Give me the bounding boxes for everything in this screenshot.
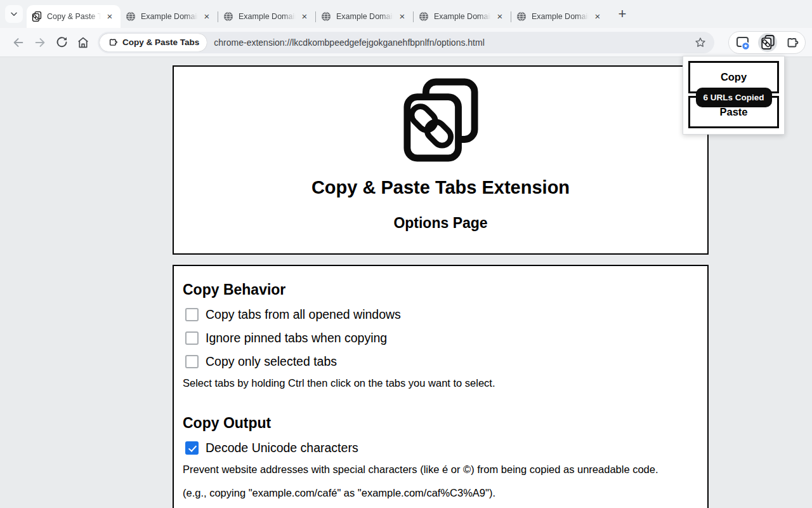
puzzle-icon	[107, 37, 118, 48]
tab-close-button[interactable]: ×	[299, 11, 310, 22]
tab-example-domain[interactable]: Example Domain×	[218, 5, 315, 28]
tab-list: Copy & Paste Tabs Ext× Example Domain× E…	[27, 5, 608, 28]
option-label: Decode Unicode characters	[206, 441, 358, 455]
back-arrow-icon	[11, 36, 25, 50]
page-header-box: Copy & Paste Tabs Extension Options Page	[173, 65, 709, 255]
option-hint: (e.g., copying "example.com/café" as "ex…	[183, 483, 698, 503]
option-hint: Select tabs by holding Ctrl then click o…	[183, 373, 698, 393]
tab-example-domain[interactable]: Example Domain×	[511, 5, 608, 28]
checkbox-unchecked[interactable]	[185, 355, 199, 368]
tab-copy-paste-tabs-options[interactable]: Copy & Paste Tabs Ext×	[27, 5, 121, 28]
extension-action-button[interactable]	[758, 33, 777, 52]
tab-example-domain[interactable]: Example Domain×	[316, 5, 413, 28]
forward-arrow-icon	[33, 36, 47, 50]
tab-strip: Copy & Paste Tabs Ext× Example Domain× E…	[0, 0, 812, 28]
option-label: Copy tabs from all opened windows	[206, 307, 401, 322]
tab-title: Copy & Paste Tabs Ext	[47, 12, 101, 21]
tab-close-button[interactable]: ×	[201, 11, 213, 22]
extensions-menu-puzzle-icon[interactable]	[784, 35, 799, 50]
tab-close-button[interactable]: ×	[592, 11, 603, 22]
section-heading: Copy Output	[183, 415, 698, 432]
browser-window: Copy & Paste Tabs Ext× Example Domain× E…	[0, 0, 812, 508]
checkbox-checked[interactable]	[185, 441, 199, 455]
tab-close-button[interactable]: ×	[104, 11, 115, 22]
globe-favicon-icon	[321, 11, 331, 22]
globe-favicon-icon	[419, 11, 429, 22]
new-tab-button[interactable]: +	[613, 5, 631, 23]
page-subtitle: Options Page	[174, 215, 707, 232]
forward-button[interactable]	[29, 32, 51, 53]
home-button[interactable]	[72, 32, 94, 53]
option-label: Copy only selected tabs	[206, 354, 337, 369]
address-bar[interactable]: Copy & Paste Tabs chrome-extension://lkc…	[98, 32, 714, 53]
reload-icon	[55, 36, 69, 49]
option-row: Copy only selected tabs	[185, 354, 698, 369]
extensions-pill	[728, 31, 806, 54]
option-row: Decode Unicode characters	[185, 441, 698, 455]
option-row: Ignore pinned tabs when copying	[185, 331, 698, 345]
option-hint: Prevent website addresses with special c…	[183, 460, 698, 479]
bookmark-star-icon[interactable]	[694, 36, 707, 49]
extension-favicon-icon	[32, 11, 42, 22]
checkbox-unchecked[interactable]	[185, 331, 199, 345]
back-button[interactable]	[8, 32, 29, 53]
page-title: Copy & Paste Tabs Extension	[174, 177, 707, 198]
chevron-down-icon	[9, 9, 19, 19]
url-text: chrome-extension://lkcdkombpeedgefejgokg…	[214, 37, 694, 48]
extension-name-chip-label: Copy & Paste Tabs	[122, 37, 199, 47]
tab-example-domain[interactable]: Example Domain×	[121, 5, 218, 28]
tab-close-button[interactable]: ×	[494, 11, 506, 22]
home-icon	[76, 36, 90, 50]
reload-button[interactable]	[51, 32, 72, 53]
tab-title: Example Domain	[141, 12, 198, 21]
globe-favicon-icon	[516, 11, 527, 22]
tab-title: Example Domain	[239, 12, 296, 21]
section-heading: Copy Behavior	[183, 281, 698, 298]
tab-title: Example Domain	[336, 12, 393, 21]
tab-example-domain[interactable]: Example Domain×	[414, 5, 511, 28]
urls-copied-toast: 6 URLs Copied	[695, 88, 771, 107]
window-star-badge-icon[interactable]	[735, 34, 751, 51]
options-box: Copy BehaviorCopy tabs from all opened w…	[173, 265, 709, 508]
tab-close-button[interactable]: ×	[396, 11, 408, 22]
extension-name-chip[interactable]: Copy & Paste Tabs	[100, 34, 207, 51]
globe-favicon-icon	[223, 11, 233, 22]
tab-search-button[interactable]	[5, 5, 23, 23]
tab-title: Example Domain	[434, 12, 491, 21]
checkbox-unchecked[interactable]	[185, 308, 199, 321]
copy-paste-tabs-extension-icon	[761, 35, 775, 50]
extension-logo-icon	[403, 78, 478, 162]
option-label: Ignore pinned tabs when copying	[206, 331, 387, 345]
extension-popup: Copy Paste 6 URLs Copied	[683, 56, 785, 135]
globe-favicon-icon	[126, 11, 136, 22]
option-row: Copy tabs from all opened windows	[185, 307, 698, 322]
browser-toolbar: Copy & Paste Tabs chrome-extension://lkc…	[0, 28, 812, 57]
tab-title: Example Domain	[532, 12, 589, 21]
